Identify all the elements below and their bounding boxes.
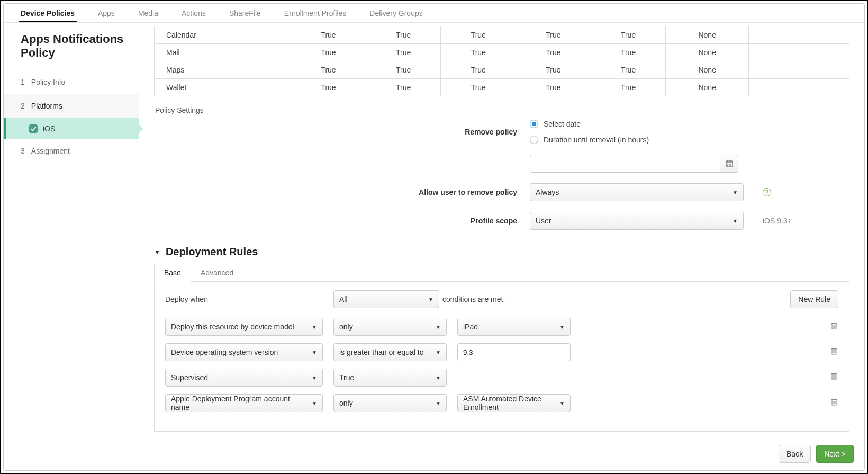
value-cell: True [516, 26, 591, 44]
nav-device-policies[interactable]: Device Policies [19, 5, 77, 22]
rule-operator-select[interactable]: only▼ [333, 318, 447, 336]
rule-field-select[interactable]: Supervised▼ [165, 369, 323, 387]
rule-operator-select[interactable]: only▼ [333, 394, 447, 412]
caret-down-icon: ▼ [559, 400, 565, 406]
actions-cell [749, 79, 849, 96]
rule-row: Apple Deployment Program account name▼on… [165, 394, 838, 412]
deploy-match-select[interactable]: All ▼ [333, 290, 439, 308]
app-name-cell: Mail [155, 44, 291, 61]
tab-advanced[interactable]: Advanced [191, 264, 243, 282]
wizard-footer: Back Next > [779, 445, 854, 463]
nav-delivery-groups[interactable]: Delivery Groups [367, 5, 424, 22]
value-cell: True [366, 26, 441, 44]
help-icon[interactable]: ? [763, 188, 771, 196]
delete-rule-icon[interactable] [830, 398, 838, 408]
nav-actions[interactable]: Actions [179, 5, 208, 22]
rule-row: Deploy this resource by device model▼onl… [165, 318, 838, 336]
select-value: User [536, 217, 551, 225]
value-cell: True [366, 61, 441, 79]
select-value: iPad [463, 323, 478, 331]
step-platforms[interactable]: 2 Platforms [4, 94, 139, 118]
value-cell: None [666, 79, 749, 96]
apps-table: CalendarTrueTrueTrueTrueTrueNoneMailTrue… [154, 26, 849, 96]
main-content: CalendarTrueTrueTrueTrueTrueNoneMailTrue… [139, 23, 864, 470]
value-cell: True [591, 26, 666, 44]
radio-icon [530, 136, 538, 144]
substep-label: iOS [43, 124, 55, 133]
caret-down-icon: ▼ [436, 400, 441, 406]
caret-down-icon: ▼ [312, 350, 317, 355]
actions-cell [749, 26, 849, 44]
new-rule-button[interactable]: New Rule [790, 290, 838, 308]
rule-row: Supervised▼True▼ [165, 369, 838, 387]
caret-down-icon: ▼ [428, 297, 433, 302]
value-cell: None [666, 61, 749, 79]
radio-duration[interactable]: Duration until removal (in hours) [530, 136, 649, 144]
select-value: Supervised [171, 373, 208, 382]
step-assignment[interactable]: 3 Assignment [4, 139, 139, 163]
next-button[interactable]: Next > [816, 445, 854, 463]
value-cell: True [291, 79, 366, 96]
scope-hint: iOS 9.3+ [763, 217, 792, 225]
rule-field-select[interactable]: Deploy this resource by device model▼ [165, 318, 323, 336]
nav-sharefile[interactable]: ShareFile [227, 5, 263, 22]
deployment-rules-heading: Deployment Rules [166, 246, 258, 258]
rule-field-select[interactable]: Device operating system version▼ [165, 343, 323, 361]
app-name-cell: Calendar [155, 26, 291, 44]
remove-date-input[interactable] [530, 155, 720, 173]
substep-ios[interactable]: iOS [4, 118, 139, 139]
caret-down-icon: ▼ [312, 375, 317, 381]
page-title: Apps Notifications Policy [4, 23, 139, 70]
deploy-when-label: Deploy when [165, 295, 323, 303]
radio-select-date[interactable]: Select date [530, 120, 649, 128]
caret-down-icon: ▼ [436, 375, 441, 381]
rule-field-select[interactable]: Apple Deployment Program account name▼ [165, 394, 323, 412]
app-name-cell: Wallet [155, 79, 291, 96]
value-cell: True [291, 26, 366, 44]
delete-rule-icon[interactable] [830, 321, 838, 332]
actions-cell [749, 44, 849, 61]
nav-enrollment-profiles[interactable]: Enrollment Profiles [282, 5, 349, 22]
step-label: Assignment [31, 147, 70, 155]
step-label: Policy Info [31, 78, 66, 86]
rule-operator-select[interactable]: True▼ [333, 369, 447, 387]
rule-value-select[interactable]: ASM Automated Device Enrollment▼ [457, 394, 571, 412]
table-row: MailTrueTrueTrueTrueTrueNone [155, 44, 849, 61]
profile-scope-select[interactable]: User ▼ [530, 212, 744, 230]
allow-remove-select[interactable]: Always ▼ [530, 183, 744, 201]
select-value: Always [536, 188, 559, 196]
step-policy-info[interactable]: 1 Policy Info [4, 70, 139, 94]
value-cell: True [291, 44, 366, 61]
caret-down-icon: ▼ [436, 324, 441, 330]
back-button[interactable]: Back [779, 445, 811, 463]
profile-scope-label: Profile scope [154, 217, 530, 225]
tab-base[interactable]: Base [154, 264, 191, 282]
caret-down-icon: ▼ [733, 218, 738, 224]
rule-value-select[interactable]: iPad▼ [457, 318, 571, 336]
rule-value-input[interactable] [457, 343, 571, 361]
select-value: All [339, 295, 348, 303]
delete-rule-icon[interactable] [830, 372, 838, 383]
value-cell: None [666, 26, 749, 44]
value-cell: True [516, 44, 591, 61]
value-cell: True [441, 26, 516, 44]
radio-icon [530, 120, 538, 128]
policy-settings-heading: Policy Settings [155, 106, 849, 114]
deployment-tabs: Base Advanced [154, 263, 849, 281]
calendar-button[interactable] [720, 155, 738, 173]
select-value: Deploy this resource by device model [171, 323, 294, 331]
deployment-rules-toggle[interactable]: ▼ Deployment Rules [154, 246, 849, 258]
nav-media[interactable]: Media [136, 5, 160, 22]
table-row: MapsTrueTrueTrueTrueTrueNone [155, 61, 849, 79]
caret-down-icon: ▼ [312, 324, 317, 330]
rule-operator-select[interactable]: is greater than or equal to▼ [333, 343, 447, 361]
deployment-base-panel: Deploy when All ▼ conditions are met. Ne… [154, 281, 849, 432]
value-cell: True [516, 79, 591, 96]
delete-rule-icon[interactable] [830, 347, 838, 357]
value-cell: True [291, 61, 366, 79]
caret-down-icon: ▼ [733, 190, 738, 195]
remove-policy-label: Remove policy [154, 128, 530, 136]
nav-apps[interactable]: Apps [96, 5, 117, 22]
select-value: Apple Deployment Program account name [171, 395, 306, 412]
radio-label: Duration until removal (in hours) [544, 136, 649, 144]
